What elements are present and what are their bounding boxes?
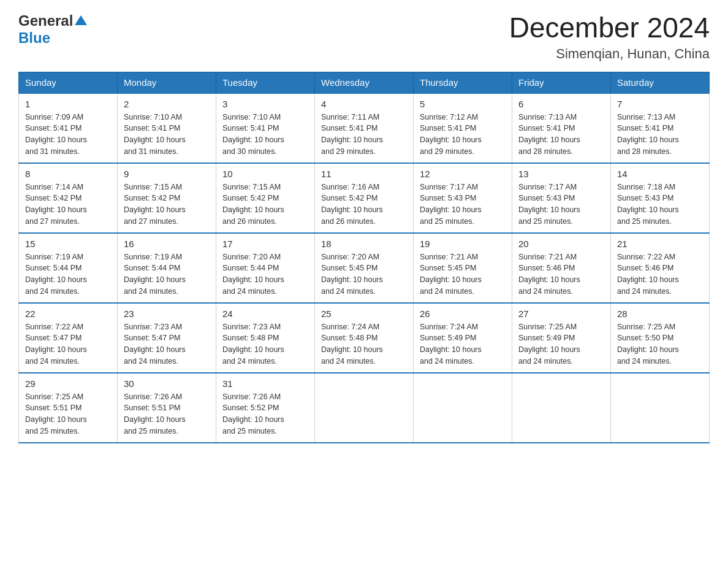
day-number: 23 [124,308,210,319]
table-row: 28 Sunrise: 7:25 AM Sunset: 5:50 PM Dayl… [611,303,710,373]
day-number: 7 [617,99,703,109]
day-info: Sunrise: 7:10 AM Sunset: 5:41 PM Dayligh… [222,112,308,158]
day-number: 6 [518,99,604,109]
table-row: 9 Sunrise: 7:15 AM Sunset: 5:42 PM Dayli… [118,163,216,233]
calendar-week-row: 8 Sunrise: 7:14 AM Sunset: 5:42 PM Dayli… [19,163,710,233]
day-number: 17 [222,239,308,249]
day-number: 8 [25,169,111,179]
logo-triangle-icon [75,15,87,25]
day-info: Sunrise: 7:20 AM Sunset: 5:45 PM Dayligh… [321,251,407,297]
header-wednesday: Wednesday [315,72,414,93]
day-info: Sunrise: 7:24 AM Sunset: 5:48 PM Dayligh… [321,321,407,367]
table-row: 20 Sunrise: 7:21 AM Sunset: 5:46 PM Dayl… [512,233,611,303]
table-row: 25 Sunrise: 7:24 AM Sunset: 5:48 PM Dayl… [315,303,414,373]
table-row: 21 Sunrise: 7:22 AM Sunset: 5:46 PM Dayl… [611,233,710,303]
day-number: 22 [25,308,111,319]
table-row: 22 Sunrise: 7:22 AM Sunset: 5:47 PM Dayl… [19,303,118,373]
header-right: December 2024 Simenqian, Hunan, China [509,12,710,62]
header-thursday: Thursday [414,72,512,93]
table-row: 24 Sunrise: 7:23 AM Sunset: 5:48 PM Dayl… [216,303,315,373]
day-number: 27 [518,308,604,319]
day-info: Sunrise: 7:13 AM Sunset: 5:41 PM Dayligh… [617,112,703,158]
page-header: General Blue December 2024 Simenqian, Hu… [18,12,710,62]
header-saturday: Saturday [611,72,710,93]
table-row: 23 Sunrise: 7:23 AM Sunset: 5:47 PM Dayl… [118,303,216,373]
day-number: 10 [222,169,308,179]
calendar-week-row: 15 Sunrise: 7:19 AM Sunset: 5:44 PM Dayl… [19,233,710,303]
day-info: Sunrise: 7:22 AM Sunset: 5:47 PM Dayligh… [25,321,111,367]
day-info: Sunrise: 7:20 AM Sunset: 5:44 PM Dayligh… [222,251,308,297]
table-row: 5 Sunrise: 7:12 AM Sunset: 5:41 PM Dayli… [414,93,512,163]
day-number: 30 [124,378,210,389]
day-number: 4 [321,99,407,109]
day-info: Sunrise: 7:26 AM Sunset: 5:51 PM Dayligh… [124,391,210,437]
day-info: Sunrise: 7:19 AM Sunset: 5:44 PM Dayligh… [25,251,111,297]
day-info: Sunrise: 7:25 AM Sunset: 5:49 PM Dayligh… [518,321,604,367]
table-row: 16 Sunrise: 7:19 AM Sunset: 5:44 PM Dayl… [118,233,216,303]
table-row: 18 Sunrise: 7:20 AM Sunset: 5:45 PM Dayl… [315,233,414,303]
day-number: 31 [222,378,308,389]
calendar-header-row: Sunday Monday Tuesday Wednesday Thursday… [19,72,710,93]
table-row: 31 Sunrise: 7:26 AM Sunset: 5:52 PM Dayl… [216,373,315,443]
table-row: 12 Sunrise: 7:17 AM Sunset: 5:43 PM Dayl… [414,163,512,233]
day-number: 14 [617,169,703,179]
day-info: Sunrise: 7:17 AM Sunset: 5:43 PM Dayligh… [518,182,604,228]
day-info: Sunrise: 7:11 AM Sunset: 5:41 PM Dayligh… [321,112,407,158]
logo-blue-text: Blue [18,29,50,46]
calendar-week-row: 29 Sunrise: 7:25 AM Sunset: 5:51 PM Dayl… [19,373,710,443]
day-number: 9 [124,169,210,179]
table-row [611,373,710,443]
day-number: 5 [420,99,506,109]
day-number: 26 [420,308,506,319]
table-row: 26 Sunrise: 7:24 AM Sunset: 5:49 PM Dayl… [414,303,512,373]
day-number: 12 [420,169,506,179]
header-sunday: Sunday [19,72,118,93]
day-info: Sunrise: 7:26 AM Sunset: 5:52 PM Dayligh… [222,391,308,437]
day-info: Sunrise: 7:21 AM Sunset: 5:45 PM Dayligh… [420,251,506,297]
day-number: 2 [124,99,210,109]
location-title: Simenqian, Hunan, China [509,46,710,62]
day-info: Sunrise: 7:19 AM Sunset: 5:44 PM Dayligh… [124,251,210,297]
logo-general-text: General [18,12,73,29]
day-info: Sunrise: 7:15 AM Sunset: 5:42 PM Dayligh… [222,182,308,228]
table-row: 29 Sunrise: 7:25 AM Sunset: 5:51 PM Dayl… [19,373,118,443]
table-row: 8 Sunrise: 7:14 AM Sunset: 5:42 PM Dayli… [19,163,118,233]
day-info: Sunrise: 7:23 AM Sunset: 5:48 PM Dayligh… [222,321,308,367]
day-info: Sunrise: 7:21 AM Sunset: 5:46 PM Dayligh… [518,251,604,297]
day-info: Sunrise: 7:25 AM Sunset: 5:51 PM Dayligh… [25,391,111,437]
day-info: Sunrise: 7:14 AM Sunset: 5:42 PM Dayligh… [25,182,111,228]
table-row: 2 Sunrise: 7:10 AM Sunset: 5:41 PM Dayli… [118,93,216,163]
day-number: 11 [321,169,407,179]
table-row: 15 Sunrise: 7:19 AM Sunset: 5:44 PM Dayl… [19,233,118,303]
table-row [315,373,414,443]
day-info: Sunrise: 7:12 AM Sunset: 5:41 PM Dayligh… [420,112,506,158]
table-row: 7 Sunrise: 7:13 AM Sunset: 5:41 PM Dayli… [611,93,710,163]
day-info: Sunrise: 7:22 AM Sunset: 5:46 PM Dayligh… [617,251,703,297]
table-row: 4 Sunrise: 7:11 AM Sunset: 5:41 PM Dayli… [315,93,414,163]
table-row: 10 Sunrise: 7:15 AM Sunset: 5:42 PM Dayl… [216,163,315,233]
day-info: Sunrise: 7:18 AM Sunset: 5:43 PM Dayligh… [617,182,703,228]
table-row: 6 Sunrise: 7:13 AM Sunset: 5:41 PM Dayli… [512,93,611,163]
day-number: 28 [617,308,703,319]
day-number: 13 [518,169,604,179]
header-friday: Friday [512,72,611,93]
calendar-table: Sunday Monday Tuesday Wednesday Thursday… [18,72,710,443]
day-number: 25 [321,308,407,319]
day-number: 29 [25,378,111,389]
month-title: December 2024 [509,12,710,44]
table-row: 27 Sunrise: 7:25 AM Sunset: 5:49 PM Dayl… [512,303,611,373]
day-info: Sunrise: 7:25 AM Sunset: 5:50 PM Dayligh… [617,321,703,367]
day-number: 21 [617,239,703,249]
day-number: 24 [222,308,308,319]
day-info: Sunrise: 7:09 AM Sunset: 5:41 PM Dayligh… [25,112,111,158]
day-number: 16 [124,239,210,249]
calendar-week-row: 22 Sunrise: 7:22 AM Sunset: 5:47 PM Dayl… [19,303,710,373]
day-number: 3 [222,99,308,109]
table-row: 17 Sunrise: 7:20 AM Sunset: 5:44 PM Dayl… [216,233,315,303]
table-row: 14 Sunrise: 7:18 AM Sunset: 5:43 PM Dayl… [611,163,710,233]
table-row: 30 Sunrise: 7:26 AM Sunset: 5:51 PM Dayl… [118,373,216,443]
table-row [512,373,611,443]
table-row: 3 Sunrise: 7:10 AM Sunset: 5:41 PM Dayli… [216,93,315,163]
day-number: 19 [420,239,506,249]
day-info: Sunrise: 7:16 AM Sunset: 5:42 PM Dayligh… [321,182,407,228]
